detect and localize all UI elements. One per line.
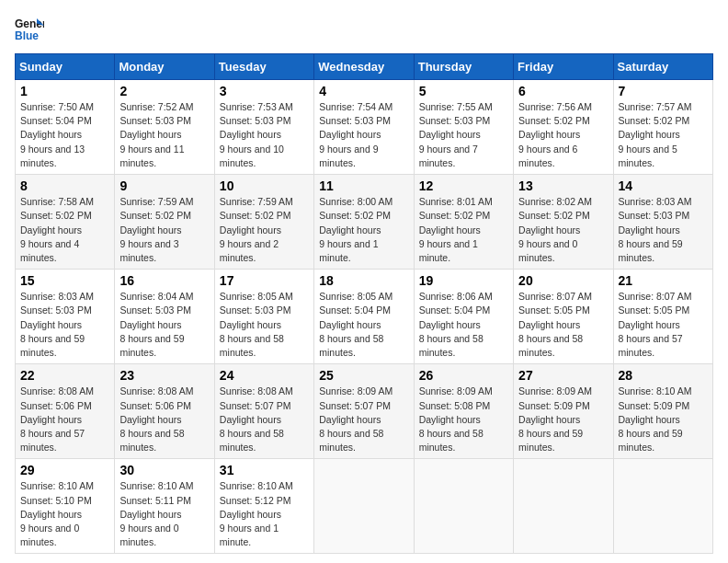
sunrise-label: Sunrise: 8:09 AM [419,385,493,396]
day-info: Sunrise: 7:59 AM Sunset: 5:02 PM Dayligh… [220,195,309,265]
day-number: 2 [119,84,209,98]
sunset-label: Sunset: 5:05 PM [619,304,690,316]
day-cell-27: 27 Sunrise: 8:09 AM Sunset: 5:09 PM Dayl… [514,364,613,459]
sunset-label: Sunset: 5:12 PM [220,495,291,506]
day-number: 4 [319,84,408,98]
day-info: Sunrise: 8:00 AM Sunset: 5:02 PM Dayligh… [319,195,408,265]
day-info: Sunrise: 8:04 AM Sunset: 5:03 PM Dayligh… [119,290,209,360]
daylight-duration: 9 hours and 3 minutes. [119,238,178,263]
sunset-label: Sunset: 5:05 PM [518,304,590,316]
daylight-label: Daylight hours [20,414,82,425]
day-info: Sunrise: 8:09 AM Sunset: 5:07 PM Dayligh… [319,385,408,454]
day-number: 19 [419,273,508,288]
daylight-label: Daylight hours [419,414,481,425]
daylight-label: Daylight hours [119,414,181,425]
day-cell-31: 31 Sunrise: 8:10 AM Sunset: 5:12 PM Dayl… [214,459,313,554]
day-cell-16: 16 Sunrise: 8:04 AM Sunset: 5:03 PM Dayl… [115,270,214,364]
daylight-label: Daylight hours [20,509,82,520]
day-cell-1: 1 Sunrise: 7:50 AM Sunset: 5:04 PM Dayli… [16,80,115,175]
daylight-duration: 8 hours and 58 minutes. [419,428,483,453]
daylight-duration: 8 hours and 59 minutes. [619,238,683,263]
sunset-label: Sunset: 5:03 PM [419,115,491,126]
sunset-label: Sunset: 5:02 PM [518,210,590,221]
sunset-label: Sunset: 5:02 PM [518,115,590,126]
day-number: 28 [619,368,708,383]
day-info: Sunrise: 8:03 AM Sunset: 5:03 PM Dayligh… [20,290,109,360]
sunrise-label: Sunrise: 8:08 AM [20,385,94,396]
sunrise-label: Sunrise: 7:50 AM [20,101,94,112]
day-info: Sunrise: 8:08 AM Sunset: 5:06 PM Dayligh… [20,385,109,454]
day-number: 23 [119,368,209,383]
day-number: 25 [319,368,408,383]
daylight-duration: 8 hours and 59 minutes. [619,428,683,453]
day-cell-3: 3 Sunrise: 7:53 AM Sunset: 5:03 PM Dayli… [214,80,313,175]
sunrise-label: Sunrise: 8:04 AM [119,291,193,302]
daylight-duration: 8 hours and 59 minutes. [119,333,184,358]
day-number: 22 [20,368,109,383]
sunrise-label: Sunrise: 8:05 AM [220,291,293,302]
sunrise-label: Sunrise: 8:09 AM [319,385,392,396]
daylight-label: Daylight hours [220,224,281,236]
daylight-duration: 8 hours and 58 minutes. [319,333,383,358]
day-cell-28: 28 Sunrise: 8:10 AM Sunset: 5:09 PM Dayl… [613,364,712,459]
day-cell-10: 10 Sunrise: 7:59 AM Sunset: 5:02 PM Dayl… [214,175,313,270]
daylight-label: Daylight hours [419,319,481,330]
day-cell-19: 19 Sunrise: 8:06 AM Sunset: 5:04 PM Dayl… [414,270,513,364]
day-number: 29 [20,463,109,477]
sunset-label: Sunset: 5:03 PM [20,304,92,316]
daylight-duration: 8 hours and 59 minutes. [518,428,583,453]
daylight-label: Daylight hours [119,509,181,520]
sunrise-label: Sunrise: 8:06 AM [419,291,493,302]
day-info: Sunrise: 8:10 AM Sunset: 5:10 PM Dayligh… [20,479,109,549]
day-number: 9 [119,178,209,193]
day-info: Sunrise: 7:58 AM Sunset: 5:02 PM Dayligh… [20,195,109,265]
empty-cell [414,459,513,554]
day-cell-30: 30 Sunrise: 8:10 AM Sunset: 5:11 PM Dayl… [115,459,214,554]
logo: General Blue [15,15,48,44]
sunrise-label: Sunrise: 7:59 AM [220,196,293,207]
day-number: 12 [419,178,508,193]
daylight-duration: 9 hours and 4 minutes. [20,238,79,263]
col-header-thursday: Thursday [414,54,513,80]
daylight-duration: 8 hours and 58 minutes. [119,428,184,453]
daylight-duration: 9 hours and 2 minutes. [220,238,279,263]
sunrise-label: Sunrise: 7:52 AM [119,101,193,112]
day-info: Sunrise: 8:08 AM Sunset: 5:06 PM Dayligh… [119,385,209,454]
daylight-label: Daylight hours [220,414,281,425]
daylight-duration: 9 hours and 11 minutes. [119,144,184,168]
day-cell-4: 4 Sunrise: 7:54 AM Sunset: 5:03 PM Dayli… [314,80,414,175]
day-cell-17: 17 Sunrise: 8:05 AM Sunset: 5:03 PM Dayl… [214,270,313,364]
day-info: Sunrise: 8:02 AM Sunset: 5:02 PM Dayligh… [518,195,608,265]
sunset-label: Sunset: 5:09 PM [619,400,690,411]
daylight-label: Daylight hours [319,129,381,140]
day-number: 3 [220,84,309,98]
day-number: 17 [220,273,309,288]
daylight-label: Daylight hours [319,319,381,330]
sunset-label: Sunset: 5:02 PM [419,210,491,221]
day-cell-7: 7 Sunrise: 7:57 AM Sunset: 5:02 PM Dayli… [613,80,712,175]
daylight-label: Daylight hours [419,129,481,140]
week-row-2: 8 Sunrise: 7:58 AM Sunset: 5:02 PM Dayli… [16,175,713,270]
sunrise-label: Sunrise: 8:10 AM [119,480,193,491]
day-number: 14 [619,178,708,193]
col-header-monday: Monday [115,54,214,80]
logo-icon: General Blue [15,15,44,44]
empty-cell [314,459,414,554]
day-cell-13: 13 Sunrise: 8:02 AM Sunset: 5:02 PM Dayl… [514,175,613,270]
sunset-label: Sunset: 5:02 PM [619,115,690,126]
day-info: Sunrise: 8:06 AM Sunset: 5:04 PM Dayligh… [419,290,508,360]
day-number: 8 [20,178,109,193]
daylight-label: Daylight hours [119,224,181,236]
col-header-tuesday: Tuesday [214,54,313,80]
col-header-friday: Friday [514,54,613,80]
day-info: Sunrise: 7:59 AM Sunset: 5:02 PM Dayligh… [119,195,209,265]
sunset-label: Sunset: 5:09 PM [518,400,590,411]
day-cell-18: 18 Sunrise: 8:05 AM Sunset: 5:04 PM Dayl… [314,270,414,364]
empty-cell [613,459,712,554]
daylight-label: Daylight hours [619,414,680,425]
sunset-label: Sunset: 5:03 PM [619,210,690,221]
daylight-duration: 9 hours and 13 minutes. [20,144,85,168]
daylight-label: Daylight hours [518,319,580,330]
day-info: Sunrise: 8:07 AM Sunset: 5:05 PM Dayligh… [619,290,708,360]
sunrise-label: Sunrise: 8:01 AM [419,196,493,207]
